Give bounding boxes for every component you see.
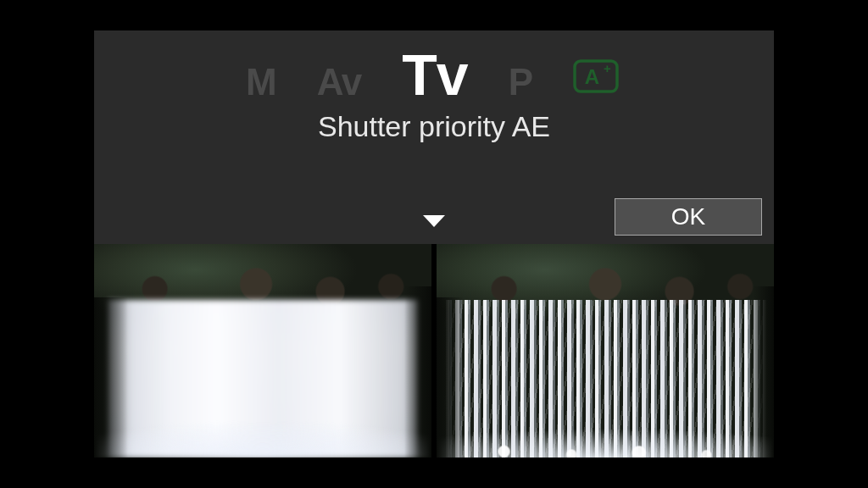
mode-program[interactable]: P	[509, 61, 532, 103]
mode-shutter-priority[interactable]: Tv	[402, 46, 467, 103]
auto-icon: A +	[573, 58, 622, 95]
svg-text:A: A	[585, 65, 599, 88]
mode-list: M Av Tv P A +	[246, 46, 622, 103]
preview-slow-shutter	[94, 244, 431, 458]
mode-manual[interactable]: M	[246, 61, 276, 103]
mode-panel: M Av Tv P A + Shutter priority AE OK	[94, 30, 774, 244]
sample-previews	[94, 244, 774, 458]
mode-aperture-priority[interactable]: Av	[317, 61, 362, 103]
expand-down-icon[interactable]	[421, 214, 447, 229]
mode-auto[interactable]: A +	[573, 58, 622, 95]
svg-text:+: +	[604, 61, 611, 75]
ok-button[interactable]: OK	[615, 198, 762, 236]
svg-marker-3	[423, 215, 445, 227]
camera-mode-screen: M Av Tv P A + Shutter priority AE OK	[94, 30, 774, 458]
mode-description: Shutter priority AE	[318, 110, 550, 143]
preview-fast-shutter	[437, 244, 774, 458]
